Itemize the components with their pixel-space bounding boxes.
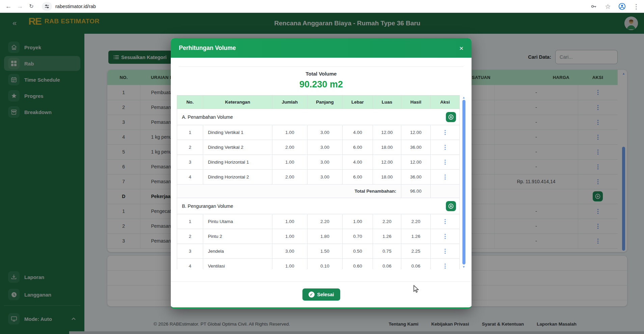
close-icon[interactable]: ×	[459, 45, 463, 52]
cell-luas: 18.00	[373, 170, 401, 185]
volume-row: 4Dinding Horizontal 22.003.006.0018.0036…	[177, 170, 460, 185]
column-header: Hasil	[401, 95, 431, 109]
cell-lebar: 0.50	[343, 244, 373, 259]
row-menu-icon[interactable]: ⋮	[442, 233, 448, 240]
url-bar[interactable]: rabestimator.id/rab	[55, 4, 96, 9]
cell-jumlah: 2.00	[272, 170, 307, 185]
modal-header: Perhitungan Volume ×	[171, 38, 472, 58]
row-menu-icon[interactable]: ⋮	[442, 159, 448, 165]
check-circle-icon: ✓	[308, 291, 315, 298]
cell-jumlah: 1.00	[272, 125, 307, 140]
modal-scrollbar[interactable]: ▲ ▼	[462, 96, 465, 269]
row-menu-icon[interactable]: ⋮	[442, 263, 448, 269]
cell-no: 3	[177, 155, 203, 170]
column-header: Lebar	[343, 95, 373, 109]
done-label: Selesai	[317, 292, 334, 297]
volume-row: 2Pintu 21.001.800.701.261.26⋮	[177, 229, 460, 244]
cell-panjang: 0.10	[307, 259, 343, 270]
browser-profile-icon[interactable]	[616, 1, 628, 11]
site-settings-icon[interactable]	[42, 2, 52, 11]
total-volume-value: 90.230 m2	[171, 79, 472, 90]
browser-menu-icon[interactable]: ⋮	[630, 1, 642, 11]
cell-lebar: 6.00	[343, 140, 373, 155]
total-label: Total Penambahan:	[177, 185, 401, 198]
modal-title: Perhitungan Volume	[179, 45, 236, 52]
cell-lebar: 1.00	[343, 214, 373, 229]
modal-footer: ✓ Selesai	[171, 281, 472, 307]
cell-no: 1	[177, 125, 203, 140]
cell-lebar: 0.60	[343, 259, 373, 270]
volume-row: 3Jendela3.001.500.500.752.25⋮	[177, 244, 460, 259]
cell-jumlah: 3.00	[272, 244, 307, 259]
volume-table-wrap: No.KeteranganJumlahPanjangLebarLuasHasil…	[177, 95, 465, 269]
cell-aksi: ⋮	[431, 140, 460, 155]
add-section-row	[446, 201, 456, 211]
total-value: 96.00	[401, 185, 431, 198]
cell-luas: 2.20	[373, 214, 401, 229]
cell-keterangan: Jendela	[203, 244, 272, 259]
cell-aksi: ⋮	[431, 125, 460, 140]
cell-lebar: 4.00	[343, 125, 373, 140]
cell-panjang: 2.20	[307, 214, 343, 229]
cell-no: 2	[177, 229, 203, 244]
volume-row: 4Ventilasi1.000.100.600.060.06⋮	[177, 259, 460, 270]
row-menu-icon[interactable]: ⋮	[442, 248, 448, 254]
volume-row: 1Pintu Utama1.002.201.002.202.20⋮	[177, 214, 460, 229]
password-key-icon[interactable]	[588, 1, 599, 11]
screen: ← → ↻ rabestimator.id/rab ☆ ⋮ «	[0, 0, 644, 334]
cell-luas: 0.75	[373, 244, 401, 259]
cell-panjang: 3.00	[307, 140, 343, 155]
cell-keterangan: Dinding Vertikal 1	[203, 125, 272, 140]
cell-keterangan: Pintu Utama	[203, 214, 272, 229]
column-header: Luas	[373, 95, 401, 109]
cell-aksi	[431, 185, 460, 198]
cell-panjang: 3.00	[307, 170, 343, 185]
cell-keterangan: Ventilasi	[203, 259, 272, 270]
cell-panjang: 1.80	[307, 229, 343, 244]
cell-no: 3	[177, 244, 203, 259]
add-row-button[interactable]	[446, 201, 456, 211]
column-header: Aksi	[431, 95, 460, 109]
cell-keterangan: Dinding Horizontal 1	[203, 155, 272, 170]
back-icon[interactable]: ←	[3, 1, 14, 11]
cell-no: 4	[177, 259, 203, 270]
add-section-row	[446, 112, 456, 122]
cell-no: 2	[177, 140, 203, 155]
section-row: A. Penambahan Volume	[177, 109, 460, 125]
cell-jumlah: 1.00	[272, 259, 307, 270]
cell-hasil: 12.00	[401, 125, 431, 140]
cell-jumlah: 2.00	[272, 140, 307, 155]
done-button[interactable]: ✓ Selesai	[302, 288, 340, 301]
cell-aksi: ⋮	[431, 170, 460, 185]
scroll-down-icon[interactable]: ▼	[462, 265, 465, 269]
cell-aksi: ⋮	[431, 214, 460, 229]
volume-row: 3Dinding Horizontal 11.003.004.0012.0012…	[177, 155, 460, 170]
cell-lebar: 6.00	[343, 170, 373, 185]
row-menu-icon[interactable]: ⋮	[442, 144, 448, 150]
row-menu-icon[interactable]: ⋮	[442, 218, 448, 225]
add-row-button[interactable]	[446, 112, 456, 122]
cell-jumlah: 1.00	[272, 155, 307, 170]
cell-luas: 12.00	[373, 155, 401, 170]
row-menu-icon[interactable]: ⋮	[442, 174, 448, 180]
volume-table: No.KeteranganJumlahPanjangLebarLuasHasil…	[177, 95, 460, 269]
cell-aksi: ⋮	[431, 229, 460, 244]
column-header: No.	[177, 95, 203, 109]
column-header: Keterangan	[203, 95, 272, 109]
total-volume-label: Total Volume	[171, 71, 472, 77]
cell-no: 4	[177, 170, 203, 185]
column-header: Panjang	[307, 95, 343, 109]
browser-toolbar: ← → ↻ rabestimator.id/rab ☆ ⋮	[0, 0, 644, 13]
reload-icon[interactable]: ↻	[26, 1, 37, 11]
bookmark-star-icon[interactable]: ☆	[602, 1, 614, 11]
column-header: Jumlah	[272, 95, 307, 109]
cell-luas: 1.26	[373, 229, 401, 244]
forward-icon[interactable]: →	[14, 1, 26, 11]
cell-hasil: 2.25	[401, 244, 431, 259]
row-menu-icon[interactable]: ⋮	[442, 129, 448, 136]
cell-hasil: 36.00	[401, 170, 431, 185]
cell-aksi: ⋮	[431, 155, 460, 170]
scroll-up-icon[interactable]: ▲	[462, 96, 465, 99]
cell-keterangan: Dinding Horizontal 2	[203, 170, 272, 185]
total-row: Total Penambahan:96.00	[177, 185, 460, 198]
